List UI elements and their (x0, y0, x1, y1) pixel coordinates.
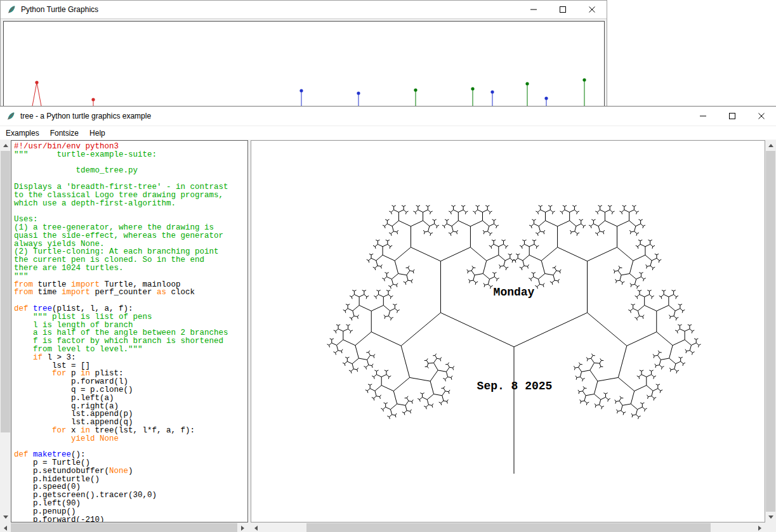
turtle-figure (490, 90, 494, 106)
right-arrow-icon (241, 526, 244, 531)
tree-maximize-button[interactable] (718, 107, 747, 126)
canvas-label: Monday (494, 286, 535, 299)
code-line: from time import perf_counter as clock (14, 289, 247, 297)
canvas-scroll-right-button[interactable] (754, 522, 765, 532)
right-arrow-icon (758, 526, 761, 531)
turtle-canvas-pane: MondaySep. 8 2025 (251, 140, 765, 522)
code-scroll-right-button[interactable] (237, 522, 248, 532)
fractal-tree-path (327, 205, 700, 474)
canvas-hscroll-thumb[interactable] (306, 523, 711, 532)
bg-titlebar[interactable]: Python Turtle Graphics (1, 1, 607, 19)
menu-examples[interactable]: Examples (1, 127, 44, 139)
tree-titlebar[interactable]: tree - a Python turtle graphics example (0, 107, 776, 126)
turtle-figure (32, 81, 41, 106)
code-line: there are 1024 turtles. (14, 264, 247, 273)
minimize-icon (699, 112, 707, 120)
menu-help[interactable]: Help (84, 127, 110, 139)
code-line (14, 207, 247, 216)
tree-close-button[interactable] (747, 107, 776, 126)
content-area: #!/usr/bin/env python3""" turtle-example… (0, 140, 776, 532)
code-line: """ turtle-example-suite: (14, 151, 247, 159)
canvas-scroll-left-button[interactable] (251, 522, 261, 532)
tree-window-controls (688, 107, 776, 126)
down-arrow-icon (768, 516, 773, 519)
canvas-label: Sep. 8 2025 (477, 380, 553, 393)
code-horizontal-scrollbar[interactable] (0, 522, 248, 532)
bg-close-button[interactable] (577, 1, 607, 18)
canvas-scroll-up-button[interactable] (765, 140, 776, 151)
code-vscroll-thumb[interactable] (1, 151, 10, 432)
turtle-figure (525, 82, 529, 106)
code-line: yield None (14, 435, 247, 443)
up-arrow-icon (768, 144, 773, 147)
canvas-horizontal-scrollbar[interactable] (251, 522, 765, 532)
close-icon (758, 112, 765, 120)
code-vertical-scrollbar[interactable] (0, 140, 11, 522)
maximize-icon (728, 112, 736, 120)
bg-window-title: Python Turtle Graphics (16, 5, 98, 14)
left-arrow-icon (4, 526, 7, 531)
turtle-figure (582, 78, 586, 106)
tk-feather-icon (6, 111, 16, 121)
turtle-figure (544, 96, 548, 106)
canvas-vertical-scrollbar[interactable] (765, 140, 776, 522)
code-scroll-left-button[interactable] (0, 522, 11, 532)
bg-window-controls (519, 1, 607, 18)
turtle-figure (471, 87, 474, 106)
code-editor[interactable]: #!/usr/bin/env python3""" turtle-example… (11, 140, 248, 522)
turtle-figure (299, 89, 303, 106)
tree-window-title: tree - a Python turtle graphics example (16, 112, 151, 120)
bg-minimize-button[interactable] (519, 1, 548, 18)
maximize-icon (559, 6, 567, 13)
code-scroll-up-button[interactable] (0, 140, 11, 151)
tk-feather-icon (6, 4, 16, 15)
menubar: Examples Fontsize Help (0, 126, 776, 140)
code-line: tdemo_tree.py (14, 167, 247, 175)
bg-maximize-button[interactable] (548, 1, 577, 18)
turtle-figure (357, 91, 360, 106)
code-scroll-down-button[interactable] (0, 512, 11, 522)
code-line: which use a depth-first-algorithm. (14, 200, 247, 208)
minimize-icon (530, 6, 537, 13)
down-arrow-icon (3, 516, 8, 519)
menu-fontsize[interactable]: Fontsize (45, 127, 84, 139)
up-arrow-icon (3, 144, 8, 147)
code-line: p.forward(-210) (14, 516, 247, 522)
tree-canvas: MondaySep. 8 2025 (251, 141, 765, 522)
turtle-figure (91, 98, 95, 106)
canvas-vscroll-thumb[interactable] (766, 151, 775, 512)
close-icon (588, 6, 596, 13)
code-text: #!/usr/bin/env python3""" turtle-example… (11, 141, 247, 522)
canvas-scroll-down-button[interactable] (765, 512, 776, 522)
left-arrow-icon (254, 526, 258, 531)
turtle-figure (414, 88, 417, 106)
tree-demo-window: tree - a Python turtle graphics example … (0, 106, 776, 532)
tree-minimize-button[interactable] (688, 107, 718, 126)
code-hscroll-thumb[interactable] (11, 523, 237, 532)
